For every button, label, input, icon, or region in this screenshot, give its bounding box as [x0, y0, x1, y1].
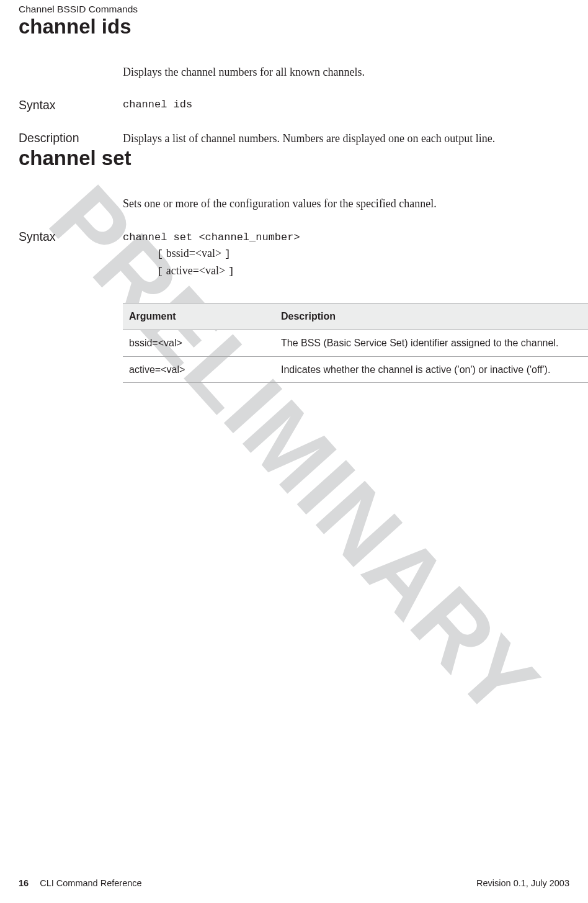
bracket-open-icon: [	[157, 248, 163, 260]
arg-cell: active=<val>	[123, 356, 275, 383]
desc-cell: Indicates whether the channel is active …	[275, 356, 588, 383]
syntax-opt-active: active=<val>	[163, 264, 228, 277]
table-header-description: Description	[275, 303, 588, 330]
page-number: 16	[19, 878, 29, 888]
syntax-label: Syntax	[19, 230, 123, 244]
bracket-close-icon: ]	[225, 248, 231, 260]
channel-ids-syntax: channel ids	[123, 98, 569, 112]
table-row: active=<val> Indicates whether the chann…	[123, 356, 588, 383]
footer-doc-title: CLI Command Reference	[40, 878, 141, 888]
heading-channel-set: channel set	[19, 146, 569, 170]
table-header-argument: Argument	[123, 303, 275, 330]
channel-ids-intro: Displays the channel numbers for all kno…	[123, 65, 569, 79]
bracket-close-icon: ]	[228, 266, 234, 277]
description-label: Description	[19, 131, 123, 145]
syntax-label: Syntax	[19, 98, 123, 112]
channel-ids-description: Displays a list of channel numbers. Numb…	[123, 131, 569, 146]
bracket-open-icon: [	[157, 266, 163, 277]
running-header: Channel BSSID Commands	[19, 0, 569, 15]
syntax-opt-bssid: bssid=<val>	[163, 247, 224, 259]
channel-set-intro: Sets one or more of the configuration va…	[123, 196, 569, 211]
table-row: bssid=<val> The BSS (Basic Service Set) …	[123, 330, 588, 356]
page-footer: 16 CLI Command Reference Revision 0.1, J…	[0, 878, 588, 888]
arguments-table: Argument Description bssid=<val> The BSS…	[123, 303, 588, 383]
channel-set-syntax-line1: channel set <channel_number>	[123, 230, 588, 246]
heading-channel-ids: channel ids	[19, 15, 569, 38]
footer-revision: Revision 0.1, July 2003	[476, 878, 569, 888]
arg-cell: bssid=<val>	[123, 330, 275, 356]
table-header-row: Argument Description	[123, 303, 588, 330]
desc-cell: The BSS (Basic Service Set) identifier a…	[275, 330, 588, 356]
